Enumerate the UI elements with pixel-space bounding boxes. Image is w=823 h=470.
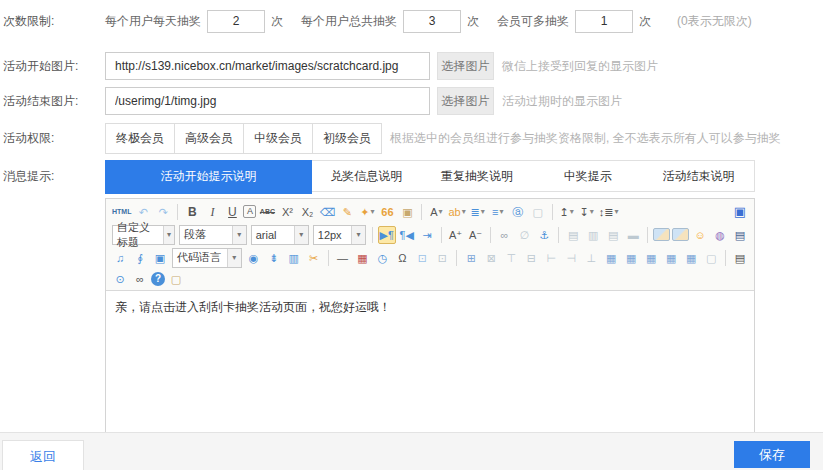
image-align-left-icon[interactable]: ▤ (564, 226, 582, 244)
ordered-list-icon[interactable]: ≣▾ (469, 203, 487, 221)
comment-icon[interactable]: ⊡ (433, 249, 451, 267)
space-after-paragraph-icon[interactable]: ↧▾ (578, 203, 596, 221)
emoticon-icon[interactable]: ☺ (691, 226, 709, 244)
bold-icon[interactable]: B (183, 203, 201, 221)
strikethrough-icon[interactable]: ABC (258, 203, 276, 221)
anchor-label-icon[interactable]: ⓐ (509, 203, 527, 221)
back-button[interactable]: 返回 (2, 440, 84, 470)
horizontal-rule-icon[interactable]: — (333, 249, 351, 267)
insert-time-icon[interactable]: ◷ (373, 249, 391, 267)
find-replace-icon[interactable]: ∞ (131, 270, 149, 288)
html-source-icon[interactable]: HTML (111, 203, 132, 221)
undo-icon[interactable]: ↶ (134, 203, 152, 221)
search-preview-icon[interactable]: ⊙ (111, 270, 129, 288)
message-tab-2[interactable]: 兑奖信息说明 (311, 161, 422, 191)
start-image-pick-button[interactable]: 选择图片 (437, 52, 494, 80)
pagebreak-icon[interactable]: ⇟ (265, 249, 283, 267)
table-style-5-icon[interactable]: ▦ (682, 249, 700, 267)
insert-row-icon[interactable]: ⊢ (542, 249, 560, 267)
table-style-3-icon[interactable]: ▦ (642, 249, 660, 267)
subscript-icon[interactable]: X₂ (298, 203, 316, 221)
insert-date-icon[interactable]: ▦ (353, 249, 371, 267)
underline-icon[interactable]: U (223, 203, 241, 221)
limits-label: 次数限制: (3, 13, 105, 30)
screenshot-icon[interactable]: ✂ (305, 249, 323, 267)
chat-bubble-icon[interactable]: ⊡ (413, 249, 431, 267)
start-image-input[interactable] (105, 52, 430, 80)
message-tab-3[interactable]: 重复抽奖说明 (422, 161, 533, 191)
message-tab-1[interactable]: 活动开始提示说明 (105, 160, 312, 194)
blockquote-icon[interactable]: 66 (378, 203, 396, 221)
editor-row: HTML↶↷BIUAABCX²X₂⌫✎✦▾66▣A▾ab▾≣▾≡▾ⓐ▢↥▾↧▾↕… (3, 198, 823, 442)
message-tab-4[interactable]: 中奖提示 (532, 161, 643, 191)
insert-frame-icon[interactable]: ▣ (151, 249, 169, 267)
eraser-icon[interactable]: ⌫ (318, 203, 336, 221)
image-align-right-icon[interactable]: ▤ (604, 226, 622, 244)
image-align-center-icon[interactable]: ▥ (584, 226, 602, 244)
image-align-none-icon[interactable]: ▬ (624, 226, 642, 244)
insert-image-icon[interactable] (653, 228, 670, 241)
doc-template-icon[interactable]: ▢ (702, 249, 720, 267)
merge-cells-icon[interactable]: ⊟ (522, 249, 540, 267)
italic-icon[interactable]: I (203, 203, 221, 221)
columns-icon[interactable]: ▥ (285, 249, 303, 267)
music-icon[interactable]: ♫ (111, 249, 129, 267)
end-image-input[interactable] (105, 87, 430, 115)
ltr-paragraph-icon[interactable]: ▶¶ (378, 226, 396, 244)
font-family-select[interactable]: arial▾ (251, 225, 309, 245)
font-border-icon[interactable]: A (243, 205, 256, 218)
editor-content[interactable]: 亲，请点击进入刮刮卡抽奖活动页面，祝您好运哦！ (106, 291, 754, 441)
custom-title-select[interactable]: 自定义标题▾ (112, 225, 175, 245)
font-size-down-icon[interactable]: A⁻ (467, 226, 485, 244)
anchor-icon[interactable]: ⚓ (535, 226, 553, 244)
indent-icon[interactable]: ⇥ (418, 226, 436, 244)
unlink-icon[interactable]: ∅ (515, 226, 533, 244)
member-extra-input[interactable] (575, 10, 633, 33)
link-icon[interactable]: ∞ (495, 226, 513, 244)
paragraph-select[interactable]: 段落▾ (179, 225, 247, 245)
print-icon[interactable]: ▤ (731, 249, 749, 267)
per-day-input[interactable] (207, 10, 265, 33)
member-group-button-2[interactable]: 高级会员 (174, 123, 244, 154)
paste-icon[interactable]: ▢ (167, 270, 185, 288)
limits-note: (0表示无限次) (677, 13, 752, 30)
attachment-icon[interactable]: ∮ (131, 249, 149, 267)
font-size-up-icon[interactable]: A⁺ (447, 226, 465, 244)
fullscreen-preview-icon[interactable]: ▣ (731, 203, 749, 221)
superscript-icon[interactable]: X² (278, 203, 296, 221)
video-icon[interactable]: ▤ (731, 226, 749, 244)
web-image-icon[interactable] (672, 228, 689, 241)
member-group-button-4[interactable]: 初级会员 (312, 123, 382, 154)
paste-word-icon[interactable]: ▣ (398, 203, 416, 221)
unordered-list-icon[interactable]: ≡▾ (489, 203, 507, 221)
insert-col-icon[interactable]: ⊣ (562, 249, 580, 267)
delete-table-icon[interactable]: ⊠ (482, 249, 500, 267)
code-language-select[interactable]: 代码语言▾ (172, 248, 242, 268)
table-style-2-icon[interactable]: ▦ (622, 249, 640, 267)
map-icon[interactable]: ◉ (245, 249, 263, 267)
blank-doc-icon[interactable]: ▢ (529, 203, 547, 221)
table-style-4-icon[interactable]: ▦ (662, 249, 680, 267)
help-icon[interactable]: ? (151, 272, 165, 286)
message-tab-5[interactable]: 活动结束说明 (643, 161, 754, 191)
line-spacing-icon[interactable]: ↕≣▾ (598, 203, 620, 221)
total-input[interactable] (403, 10, 461, 33)
scrawl-icon[interactable]: ◍ (711, 226, 729, 244)
end-image-pick-button[interactable]: 选择图片 (437, 87, 494, 115)
special-char-icon[interactable]: Ω (393, 249, 411, 267)
clear-format-brush-icon[interactable]: ✎ (338, 203, 356, 221)
autotypeset-icon[interactable]: ✦▾ (358, 203, 376, 221)
space-before-paragraph-icon[interactable]: ↥▾ (558, 203, 576, 221)
table-title-icon[interactable]: ⊤ (502, 249, 520, 267)
redo-icon[interactable]: ↷ (154, 203, 172, 221)
member-group-button-1[interactable]: 终极会员 (105, 123, 175, 154)
font-color-icon[interactable]: A▾ (427, 203, 445, 221)
table-style-1-icon[interactable]: ▦ (602, 249, 620, 267)
member-group-button-3[interactable]: 中级会员 (243, 123, 313, 154)
font-size-select[interactable]: 12px▾ (313, 225, 366, 245)
rtl-paragraph-icon[interactable]: ¶◀ (398, 226, 416, 244)
split-cell-icon[interactable]: ⊥ (582, 249, 600, 267)
highlight-color-icon[interactable]: ab▾ (447, 203, 466, 221)
save-button[interactable]: 保存 (734, 441, 810, 468)
insert-table-icon[interactable]: ⊞ (462, 249, 480, 267)
